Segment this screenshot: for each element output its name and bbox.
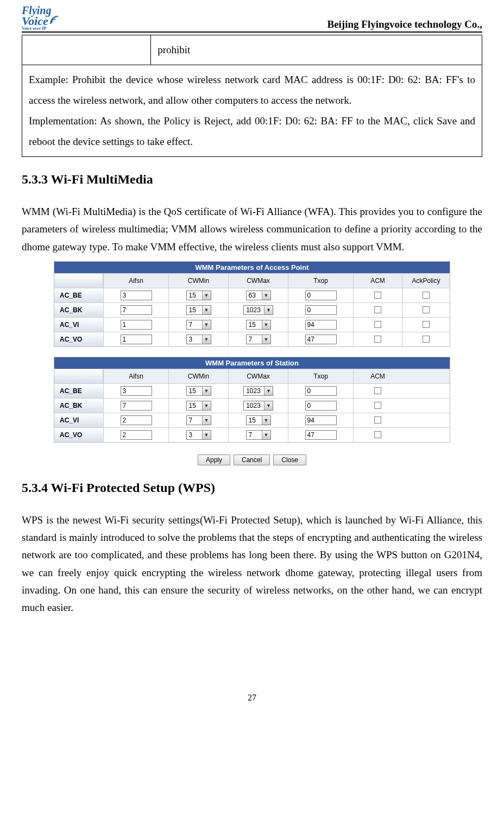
select-dropdown[interactable]: 3▼: [186, 430, 211, 440]
policy-implementation: Implementation: As shown, the Policy is …: [29, 115, 475, 147]
wmm-container: WMM Parameters of Access Point Aifsn CWM…: [54, 261, 450, 465]
checkbox[interactable]: [374, 387, 381, 394]
cell-aifsn: [103, 399, 168, 413]
col-txop: Txop: [288, 369, 353, 383]
select-value: 15: [187, 292, 202, 299]
select-dropdown[interactable]: 15▼: [186, 386, 211, 396]
cell-aifsn: [103, 332, 168, 346]
policy-example-cell: Example: Prohibit the device whose wirel…: [22, 65, 482, 156]
select-dropdown[interactable]: 15▼: [186, 291, 211, 300]
text-input[interactable]: [121, 401, 152, 411]
close-button[interactable]: Close: [273, 455, 306, 465]
cell-cwmax: 1023▼: [228, 384, 288, 398]
wmm-st-header-row: Aifsn CWMin CWMax Txop ACM: [54, 369, 450, 383]
text-input[interactable]: [121, 291, 152, 300]
text-input[interactable]: [121, 335, 152, 344]
page-number: 27: [22, 693, 482, 703]
cell-ackpolicy: [402, 303, 450, 317]
select-dropdown[interactable]: 15▼: [246, 320, 271, 330]
apply-button[interactable]: Apply: [198, 455, 230, 465]
text-input[interactable]: [121, 305, 152, 315]
row-label: AC_VO: [54, 428, 103, 442]
col-cwmax: CWMax: [228, 369, 288, 383]
cancel-button[interactable]: Cancel: [234, 455, 270, 465]
select-value: 15: [247, 321, 262, 329]
select-dropdown[interactable]: 1023▼: [243, 386, 273, 396]
cell-cwmin: 15▼: [168, 384, 228, 398]
cell-txop: [288, 318, 353, 332]
col-cwmin: CWMin: [168, 369, 228, 383]
select-dropdown[interactable]: 15▼: [246, 415, 271, 425]
policy-example: Example: Prohibit the device whose wirel…: [29, 74, 475, 106]
select-dropdown[interactable]: 7▼: [186, 415, 211, 425]
cell-aifsn: [103, 413, 168, 427]
checkbox[interactable]: [374, 336, 381, 343]
select-dropdown[interactable]: 15▼: [186, 401, 211, 411]
logo: Flying Voice Voice over IP: [22, 5, 59, 30]
cell-ackpolicy: [402, 288, 450, 302]
cell-cwmax: 7▼: [228, 332, 288, 346]
text-input[interactable]: [305, 386, 337, 396]
text-input[interactable]: [305, 320, 337, 330]
chevron-down-icon: ▼: [202, 306, 211, 314]
select-dropdown[interactable]: 63▼: [246, 291, 271, 300]
col-ackpolicy: AckPolicy: [402, 274, 450, 288]
select-value: 15: [247, 417, 262, 424]
policy-row-value: prohibit: [151, 35, 482, 65]
checkbox[interactable]: [374, 321, 381, 328]
cell-cwmax: 15▼: [228, 413, 288, 427]
checkbox[interactable]: [423, 321, 430, 328]
text-input[interactable]: [305, 415, 337, 425]
checkbox[interactable]: [423, 292, 430, 299]
text-input[interactable]: [121, 386, 152, 396]
cell-txop: [288, 413, 353, 427]
text-input[interactable]: [305, 291, 337, 300]
row-label: AC_BK: [54, 399, 103, 413]
cell-cwmin: 7▼: [168, 413, 228, 427]
chevron-down-icon: ▼: [202, 401, 211, 410]
select-dropdown[interactable]: 15▼: [186, 305, 211, 315]
chevron-down-icon: ▼: [202, 387, 211, 395]
cell-txop: [288, 303, 353, 317]
chevron-down-icon: ▼: [202, 416, 211, 425]
cell-txop: [288, 384, 353, 398]
select-dropdown[interactable]: 1023▼: [243, 305, 273, 315]
cell-ackpolicy: [402, 318, 450, 332]
select-dropdown[interactable]: 7▼: [246, 335, 271, 344]
checkbox[interactable]: [374, 306, 381, 313]
policy-table: prohibit Example: Prohibit the device wh…: [22, 35, 482, 157]
checkbox[interactable]: [374, 292, 381, 299]
cell-aifsn: [103, 288, 168, 302]
checkbox[interactable]: [374, 417, 381, 424]
cell-aifsn: [103, 384, 168, 398]
cell-acm: [353, 384, 402, 398]
wmm-button-row: Apply Cancel Close: [54, 452, 450, 465]
text-input[interactable]: [305, 430, 337, 440]
col-acm: ACM: [353, 369, 402, 383]
table-row: AC_BK15▼1023▼: [54, 398, 450, 413]
select-dropdown[interactable]: 3▼: [186, 335, 211, 344]
select-value: 7: [187, 321, 202, 329]
text-input[interactable]: [305, 305, 337, 315]
select-dropdown[interactable]: 7▼: [246, 430, 271, 440]
chevron-down-icon: ▼: [264, 401, 273, 410]
checkbox[interactable]: [423, 306, 430, 313]
text-input[interactable]: [121, 415, 152, 425]
checkbox[interactable]: [374, 431, 381, 438]
chevron-down-icon: ▼: [202, 291, 211, 300]
col-cwmax: CWMax: [228, 274, 288, 288]
select-dropdown[interactable]: 7▼: [186, 320, 211, 330]
checkbox[interactable]: [374, 402, 381, 409]
select-value: 3: [187, 431, 202, 439]
text-input[interactable]: [121, 320, 152, 330]
table-row: AC_VO3▼7▼: [54, 332, 450, 346]
cell-aifsn: [103, 318, 168, 332]
cell-acm: [353, 428, 402, 442]
col-txop: Txop: [288, 274, 353, 288]
text-input[interactable]: [305, 335, 337, 344]
wmm-st-header-blank: [54, 369, 103, 383]
checkbox[interactable]: [423, 336, 430, 343]
select-dropdown[interactable]: 1023▼: [243, 401, 273, 411]
text-input[interactable]: [305, 401, 337, 411]
text-input[interactable]: [121, 430, 152, 440]
